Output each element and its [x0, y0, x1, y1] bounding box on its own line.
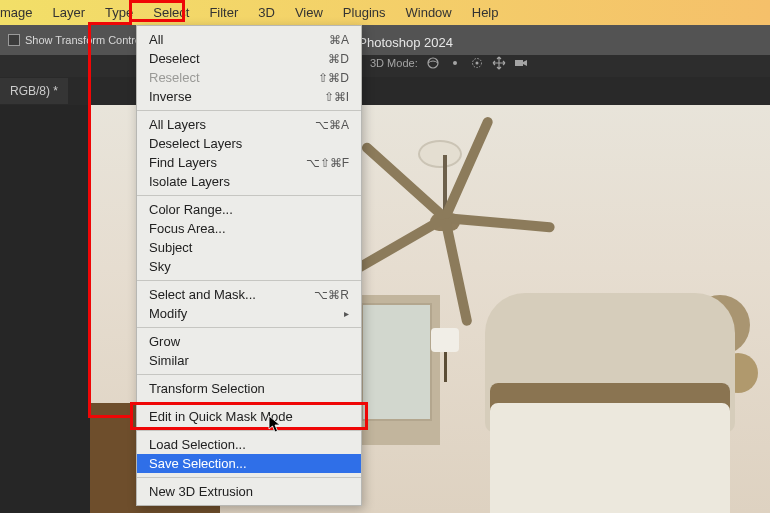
- select-menu-dropdown: All⌘ADeselect⌘DReselect⇧⌘DInverse⇧⌘IAll …: [136, 25, 362, 506]
- menu-separator: [137, 327, 361, 328]
- menu-item-similar[interactable]: Similar: [137, 351, 361, 370]
- menu-item-focus-area[interactable]: Focus Area...: [137, 219, 361, 238]
- menu-item-label: Deselect: [149, 51, 200, 66]
- menu-item-label: Load Selection...: [149, 437, 246, 452]
- menu-view[interactable]: View: [285, 1, 333, 24]
- document-tabs: RGB/8) *: [0, 77, 770, 105]
- menu-item-grow[interactable]: Grow: [137, 332, 361, 351]
- left-panel-dark: [0, 105, 90, 513]
- menu-item-isolate-layers[interactable]: Isolate Layers: [137, 172, 361, 191]
- menu-item-label: Deselect Layers: [149, 136, 242, 151]
- menu-separator: [137, 402, 361, 403]
- menu-separator: [137, 280, 361, 281]
- menu-shortcut: ⇧⌘I: [324, 90, 349, 104]
- menu-item-label: Inverse: [149, 89, 192, 104]
- svg-point-1: [453, 61, 457, 65]
- options-bar: Show Transform Controls: [0, 25, 770, 55]
- tutorial-connector: [88, 415, 132, 418]
- pan-icon[interactable]: [448, 56, 462, 70]
- menu-shortcut: ⇧⌘D: [318, 71, 349, 85]
- menu-item-sky[interactable]: Sky: [137, 257, 361, 276]
- tutorial-connector: [88, 22, 132, 25]
- menu-image[interactable]: mage: [0, 1, 43, 24]
- menu-item-label: Sky: [149, 259, 171, 274]
- menu-item-label: Modify: [149, 306, 187, 321]
- menu-help[interactable]: Help: [462, 1, 509, 24]
- menu-shortcut: ⌥⌘R: [314, 288, 349, 302]
- menu-item-label: Transform Selection: [149, 381, 265, 396]
- menu-item-label: Isolate Layers: [149, 174, 230, 189]
- menu-item-label: Find Layers: [149, 155, 217, 170]
- menu-item-label: Grow: [149, 334, 180, 349]
- menu-item-label: Subject: [149, 240, 192, 255]
- 3d-mode-label: 3D Mode:: [370, 57, 418, 69]
- orbit-icon[interactable]: [426, 56, 440, 70]
- menu-item-save-selection[interactable]: Save Selection...: [137, 454, 361, 473]
- dolly-icon[interactable]: [470, 56, 484, 70]
- menu-item-color-range[interactable]: Color Range...: [137, 200, 361, 219]
- svg-rect-4: [515, 60, 523, 66]
- menu-item-all[interactable]: All⌘A: [137, 30, 361, 49]
- menu-separator: [137, 430, 361, 431]
- menu-item-label: All Layers: [149, 117, 206, 132]
- menu-shortcut: ⌥⇧⌘F: [306, 156, 349, 170]
- bed: [490, 383, 730, 513]
- menu-item-label: Similar: [149, 353, 189, 368]
- menu-type[interactable]: Type: [95, 1, 143, 24]
- document-tab[interactable]: RGB/8) *: [0, 78, 68, 104]
- menu-select[interactable]: Select: [143, 1, 199, 24]
- menu-item-label: Edit in Quick Mask Mode: [149, 409, 293, 424]
- menu-item-all-layers[interactable]: All Layers⌥⌘A: [137, 115, 361, 134]
- submenu-arrow-icon: ▸: [344, 308, 349, 319]
- menu-3d[interactable]: 3D: [248, 1, 285, 24]
- menu-item-reselect: Reselect⇧⌘D: [137, 68, 361, 87]
- menu-separator: [137, 374, 361, 375]
- menu-separator: [137, 477, 361, 478]
- menu-item-select-and-mask[interactable]: Select and Mask...⌥⌘R: [137, 285, 361, 304]
- menu-item-label: All: [149, 32, 163, 47]
- svg-point-3: [475, 62, 478, 65]
- camera-icon[interactable]: [514, 56, 528, 70]
- lamp: [430, 328, 460, 383]
- menu-item-transform-selection[interactable]: Transform Selection: [137, 379, 361, 398]
- svg-point-0: [428, 58, 438, 68]
- menu-item-modify[interactable]: Modify▸: [137, 304, 361, 323]
- menu-shortcut: ⌥⌘A: [315, 118, 349, 132]
- menu-item-deselect[interactable]: Deselect⌘D: [137, 49, 361, 68]
- menu-item-load-selection[interactable]: Load Selection...: [137, 435, 361, 454]
- menu-plugins[interactable]: Plugins: [333, 1, 396, 24]
- show-transform-checkbox[interactable]: [8, 34, 20, 46]
- menu-item-label: New 3D Extrusion: [149, 484, 253, 499]
- menu-shortcut: ⌘A: [329, 33, 349, 47]
- 3d-mode-controls: 3D Mode:: [370, 56, 528, 70]
- menu-item-subject[interactable]: Subject: [137, 238, 361, 257]
- ceiling-fan: [430, 155, 460, 231]
- menu-separator: [137, 110, 361, 111]
- menu-item-label: Select and Mask...: [149, 287, 256, 302]
- menu-shortcut: ⌘D: [328, 52, 349, 66]
- menu-layer[interactable]: Layer: [43, 1, 96, 24]
- menu-item-inverse[interactable]: Inverse⇧⌘I: [137, 87, 361, 106]
- tutorial-connector: [88, 22, 91, 418]
- menu-item-find-layers[interactable]: Find Layers⌥⇧⌘F: [137, 153, 361, 172]
- menu-item-label: Reselect: [149, 70, 200, 85]
- menu-item-new-3d-extrusion[interactable]: New 3D Extrusion: [137, 482, 361, 501]
- menu-item-label: Color Range...: [149, 202, 233, 217]
- menu-item-label: Focus Area...: [149, 221, 226, 236]
- menu-separator: [137, 195, 361, 196]
- menu-filter[interactable]: Filter: [199, 1, 248, 24]
- menu-window[interactable]: Window: [396, 1, 462, 24]
- menu-item-edit-in-quick-mask-mode[interactable]: Edit in Quick Mask Mode: [137, 407, 361, 426]
- move-icon[interactable]: [492, 56, 506, 70]
- menu-item-deselect-layers[interactable]: Deselect Layers: [137, 134, 361, 153]
- menu-item-label: Save Selection...: [149, 456, 247, 471]
